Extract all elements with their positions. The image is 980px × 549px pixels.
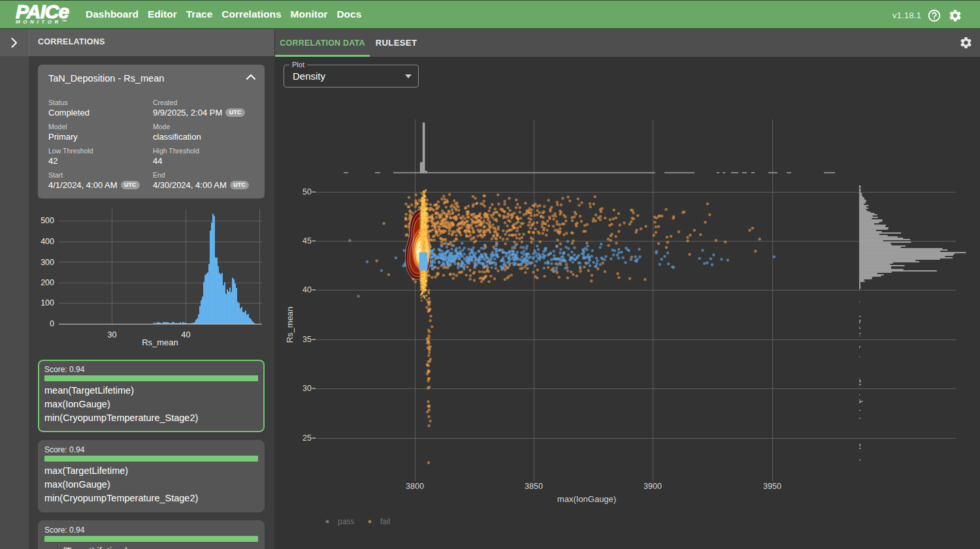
svg-text:3850: 3850	[525, 482, 543, 491]
svg-text:45: 45	[302, 236, 312, 245]
svg-text:30: 30	[108, 330, 117, 339]
svg-text:fail: fail	[380, 517, 390, 526]
svg-text:35: 35	[302, 335, 312, 344]
svg-text:50: 50	[302, 187, 312, 196]
svg-text:25: 25	[302, 433, 312, 443]
svg-text:400: 400	[41, 237, 54, 246]
svg-text:3950: 3950	[763, 482, 781, 491]
svg-text:3800: 3800	[406, 482, 424, 491]
svg-text:40: 40	[182, 330, 191, 339]
svg-text:300: 300	[41, 258, 54, 267]
svg-text:Rs_mean: Rs_mean	[285, 307, 295, 343]
svg-text:3900: 3900	[644, 482, 662, 491]
svg-text:500: 500	[41, 216, 54, 225]
svg-text:Rs_mean: Rs_mean	[142, 337, 178, 347]
svg-text:30: 30	[302, 384, 312, 393]
svg-text:200: 200	[41, 278, 54, 287]
svg-text:40: 40	[302, 285, 312, 294]
svg-text:max(IonGauge): max(IonGauge)	[557, 494, 616, 504]
svg-text:pass: pass	[338, 517, 354, 526]
svg-text:100: 100	[41, 298, 54, 307]
svg-text:0: 0	[50, 319, 54, 328]
